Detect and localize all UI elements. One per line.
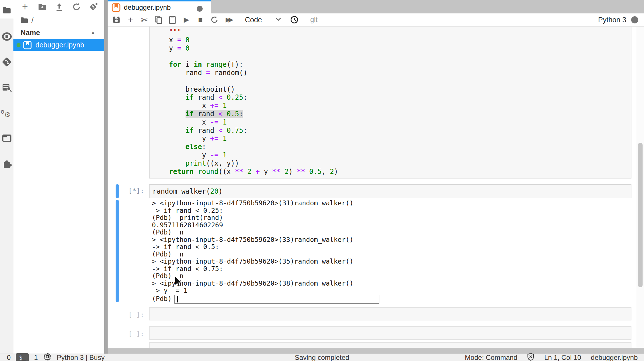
output-line: > <ipython-input-8-d4f750b59620>(31)rand… (152, 200, 379, 207)
cursor-position[interactable]: Ln 1, Col 10 (544, 354, 581, 361)
output-line: (Pdb) n (152, 251, 379, 258)
cut-icon[interactable]: ✂ (140, 15, 149, 25)
code-token: 20 (210, 187, 218, 195)
save-icon[interactable] (112, 15, 121, 25)
code-line: if rand < 0.25: (152, 93, 631, 102)
code-token: ) (289, 168, 297, 176)
code-token: """ (152, 28, 181, 36)
kernel-session-count[interactable]: 1 (34, 354, 38, 361)
active-cell-collapser[interactable] (116, 184, 119, 198)
run-all-icon[interactable]: ▶▶ (224, 15, 233, 25)
breadcrumb[interactable]: / (21, 16, 34, 25)
kernel-name[interactable]: Python 3 (598, 16, 626, 24)
copy-icon[interactable] (154, 15, 163, 25)
extensions-puzzle-icon[interactable] (2, 159, 12, 169)
unsaved-changes-dot[interactable] (197, 6, 203, 12)
code-token: if (186, 110, 194, 118)
command-mode-indicator[interactable]: Mode: Command (465, 354, 517, 361)
name-column-header[interactable]: Name (21, 29, 40, 37)
vertical-scrollbar[interactable] (636, 27, 644, 348)
file-list-header[interactable]: Name ▲ (13, 27, 104, 38)
code-token (223, 110, 227, 118)
code-token: : (239, 110, 243, 118)
chevron-down-icon[interactable] (275, 17, 281, 22)
kernel-chip-icon[interactable] (43, 352, 52, 361)
empty-cell-editor[interactable] (149, 326, 631, 340)
code-token: 1 (223, 151, 227, 159)
stop-icon[interactable]: ■ (196, 15, 205, 25)
code-token: if (186, 127, 194, 135)
add-cell-icon[interactable]: + (126, 15, 135, 25)
terminal-icon[interactable]: $_ (16, 353, 29, 361)
refresh-icon[interactable] (72, 2, 81, 11)
notebook-scroll-area[interactable]: """ x = 0 y = 0 for i in range(T): rand … (108, 27, 644, 354)
partial-cell-editor[interactable] (149, 342, 631, 348)
code-token: breakpoint() (152, 85, 235, 93)
panel-separator[interactable] (104, 0, 108, 354)
paste-icon[interactable] (168, 15, 177, 25)
code-token: : (243, 127, 247, 135)
status-bar: 0 $_ 1 Python 3 | Busy Saving completed … (0, 354, 644, 361)
output-collapser[interactable] (116, 200, 119, 302)
code-line: x -= 1 (152, 118, 631, 127)
code-token: y (152, 135, 210, 143)
code-cell-editor[interactable]: """ x = 0 y = 0 for i in range(T): rand … (149, 27, 631, 179)
folder-icon (21, 17, 28, 23)
git-clone-icon[interactable] (89, 2, 98, 11)
inspector-icon[interactable] (2, 83, 12, 93)
code-token: rand (152, 69, 206, 77)
stdin-input-box[interactable] (174, 295, 379, 304)
code-line (152, 77, 631, 85)
kernel-running-dot (17, 43, 21, 47)
cell-output: > <ipython-input-8-d4f750b59620>(31)rand… (152, 200, 379, 304)
new-launcher-plus-icon[interactable]: + (20, 2, 30, 11)
cell-type-dropdown-value[interactable]: Code (245, 16, 262, 24)
new-folder-icon[interactable] (37, 2, 47, 11)
code-token: rand (194, 110, 219, 118)
open-tabs-icon[interactable] (2, 133, 12, 143)
code-token: y (152, 151, 210, 159)
exec-cell-editor[interactable]: random_walker(20) (149, 184, 631, 198)
trust-shield-icon[interactable] (527, 353, 534, 361)
settings-gears-icon[interactable]: ⚙⚙ (2, 109, 12, 119)
code-token: for (169, 61, 181, 69)
output-line: -> y -= 1 (152, 287, 379, 294)
run-icon[interactable]: ▶ (182, 15, 191, 25)
code-token: ((x (218, 168, 235, 176)
git-toolbar-label[interactable]: git (310, 16, 317, 24)
scrollbar-thumb[interactable] (638, 143, 643, 287)
code-token: : (243, 93, 247, 101)
output-line: 0.9571162814602269 (152, 222, 379, 229)
code-token (152, 93, 186, 101)
status-filename[interactable]: debugger.ipynb (591, 354, 638, 361)
code-line: print((x, y)) (152, 159, 631, 168)
code-token: range (206, 61, 227, 69)
code-token: 1 (223, 102, 227, 110)
file-browser-icon[interactable] (2, 5, 12, 15)
code-token: 0.25 (227, 93, 243, 101)
tab-debugger-ipynb[interactable]: debugger.ipynb (108, 0, 211, 13)
kernel-history-clock-icon[interactable] (290, 15, 299, 25)
output-line: > <ipython-input-8-d4f750b59620>(33)rand… (152, 236, 379, 244)
file-row-selected[interactable]: debugger.ipynb (13, 39, 104, 51)
upload-icon[interactable] (55, 2, 64, 11)
output-line: (Pdb) n (152, 272, 379, 280)
code-token: , (322, 168, 330, 176)
code-token (152, 110, 186, 118)
sort-ascending-icon[interactable]: ▲ (91, 30, 95, 35)
kernel-busy-indicator[interactable] (631, 16, 638, 23)
running-kernels-icon[interactable] (2, 32, 12, 41)
kernel-status-text[interactable]: Python 3 | Busy (57, 354, 105, 361)
breadcrumb-root[interactable]: / (31, 16, 34, 25)
main-area: debugger.ipynb + ✂ ▶ ■ ▶▶ Code git Pyth (108, 0, 644, 354)
code-line: breakpoint() (152, 85, 631, 94)
git-icon[interactable] (2, 57, 12, 67)
code-token: 1 (223, 135, 227, 143)
code-token (152, 168, 169, 176)
restart-icon[interactable] (210, 15, 219, 25)
debug-current-line-highlight: if rand < 0.5: (186, 110, 243, 118)
code-token: if (186, 93, 194, 101)
empty-cell-editor[interactable] (149, 307, 631, 320)
output-line: -> if rand < 0.25: (152, 207, 379, 214)
terminal-count[interactable]: 0 (7, 354, 11, 361)
